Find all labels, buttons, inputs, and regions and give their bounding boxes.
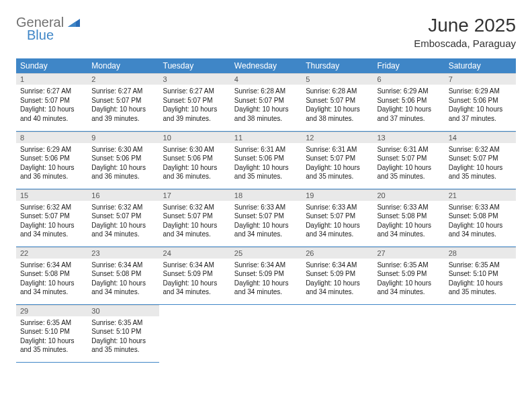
- daylight-line: Daylight: 10 hours and 34 minutes.: [449, 221, 512, 239]
- sunrise-line: Sunrise: 6:27 AM: [91, 87, 154, 96]
- calendar-day-cell: 3Sunrise: 6:27 AMSunset: 5:07 PMDaylight…: [159, 73, 230, 131]
- day-info: Sunrise: 6:31 AMSunset: 5:07 PMDaylight:…: [373, 143, 444, 184]
- calendar-day-cell: 18Sunrise: 6:33 AMSunset: 5:07 PMDayligh…: [230, 189, 302, 246]
- day-info: Sunrise: 6:29 AMSunset: 5:06 PMDaylight:…: [373, 85, 444, 126]
- calendar-week-row: 29Sunrise: 6:35 AMSunset: 5:10 PMDayligh…: [16, 304, 516, 362]
- sunset-line: Sunset: 5:06 PM: [163, 154, 226, 163]
- day-number: 7: [445, 73, 516, 85]
- sunrise-line: Sunrise: 6:27 AM: [20, 87, 83, 96]
- day-number: 19: [302, 189, 373, 201]
- daylight-line: Daylight: 10 hours and 40 minutes.: [20, 105, 83, 123]
- weekday-monday: Monday: [87, 58, 159, 73]
- day-info: Sunrise: 6:30 AMSunset: 5:06 PMDaylight:…: [159, 143, 230, 184]
- calendar-day-cell: 30Sunrise: 6:35 AMSunset: 5:10 PMDayligh…: [87, 304, 159, 362]
- sunset-line: Sunset: 5:08 PM: [91, 269, 154, 279]
- daylight-line: Daylight: 10 hours and 34 minutes.: [234, 221, 298, 239]
- daylight-line: Daylight: 10 hours and 34 minutes.: [306, 221, 369, 239]
- day-number: 3: [159, 73, 230, 85]
- day-info: Sunrise: 6:28 AMSunset: 5:07 PMDaylight:…: [230, 85, 302, 126]
- sunset-line: Sunset: 5:09 PM: [163, 269, 226, 279]
- daylight-line: Daylight: 10 hours and 37 minutes.: [377, 105, 440, 123]
- day-number: 28: [445, 247, 516, 259]
- sunrise-line: Sunrise: 6:34 AM: [234, 261, 298, 270]
- day-number: 29: [16, 305, 87, 316]
- calendar-day-cell: 26Sunrise: 6:34 AMSunset: 5:09 PMDayligh…: [302, 246, 373, 304]
- sunset-line: Sunset: 5:06 PM: [234, 154, 298, 163]
- sunrise-line: Sunrise: 6:27 AM: [163, 87, 226, 96]
- sunset-line: Sunset: 5:09 PM: [234, 269, 298, 279]
- calendar-blank-cell: [302, 304, 373, 362]
- calendar-day-cell: 2Sunrise: 6:27 AMSunset: 5:07 PMDaylight…: [87, 73, 159, 131]
- calendar-day-cell: 1Sunrise: 6:27 AMSunset: 5:07 PMDaylight…: [16, 73, 87, 131]
- daylight-line: Daylight: 10 hours and 35 minutes.: [377, 163, 440, 181]
- sunset-line: Sunset: 5:07 PM: [377, 154, 440, 163]
- daylight-line: Daylight: 10 hours and 39 minutes.: [91, 105, 154, 123]
- day-info: Sunrise: 6:35 AMSunset: 5:09 PMDaylight:…: [373, 259, 444, 300]
- day-number: 17: [159, 189, 230, 201]
- calendar-day-cell: 11Sunrise: 6:31 AMSunset: 5:06 PMDayligh…: [230, 131, 302, 189]
- calendar-blank-cell: [159, 304, 230, 362]
- day-info: Sunrise: 6:31 AMSunset: 5:07 PMDaylight:…: [302, 143, 373, 184]
- sunrise-line: Sunrise: 6:31 AM: [306, 145, 369, 154]
- day-number: 12: [302, 132, 373, 143]
- daylight-line: Daylight: 10 hours and 34 minutes.: [91, 221, 154, 239]
- sunset-line: Sunset: 5:08 PM: [377, 212, 440, 221]
- sunset-line: Sunset: 5:10 PM: [91, 327, 154, 336]
- sunset-line: Sunset: 5:09 PM: [377, 269, 440, 279]
- calendar-day-cell: 20Sunrise: 6:33 AMSunset: 5:08 PMDayligh…: [373, 189, 444, 246]
- daylight-line: Daylight: 10 hours and 34 minutes.: [306, 279, 369, 297]
- sunrise-line: Sunrise: 6:32 AM: [91, 203, 154, 212]
- day-number: 27: [373, 247, 444, 259]
- calendar-blank-cell: [373, 304, 444, 362]
- day-info: Sunrise: 6:27 AMSunset: 5:07 PMDaylight:…: [16, 85, 87, 126]
- daylight-line: Daylight: 10 hours and 35 minutes.: [234, 163, 298, 181]
- day-number: 18: [230, 189, 302, 201]
- day-number: 4: [230, 73, 302, 85]
- sunrise-line: Sunrise: 6:29 AM: [377, 87, 440, 96]
- sunset-line: Sunset: 5:07 PM: [163, 212, 226, 221]
- calendar-table: Sunday Monday Tuesday Wednesday Thursday…: [16, 58, 516, 363]
- calendar-blank-cell: [230, 304, 302, 362]
- day-info: Sunrise: 6:32 AMSunset: 5:07 PMDaylight:…: [16, 201, 87, 242]
- day-info: Sunrise: 6:31 AMSunset: 5:06 PMDaylight:…: [230, 143, 302, 184]
- sunset-line: Sunset: 5:07 PM: [449, 154, 512, 163]
- sunset-line: Sunset: 5:07 PM: [234, 212, 298, 221]
- day-info: Sunrise: 6:33 AMSunset: 5:07 PMDaylight:…: [230, 201, 302, 242]
- day-info: Sunrise: 6:34 AMSunset: 5:09 PMDaylight:…: [302, 259, 373, 300]
- daylight-line: Daylight: 10 hours and 35 minutes.: [20, 336, 83, 355]
- day-number: 30: [87, 305, 159, 316]
- sunrise-line: Sunrise: 6:29 AM: [20, 145, 83, 154]
- sunset-line: Sunset: 5:06 PM: [91, 154, 154, 163]
- daylight-line: Daylight: 10 hours and 35 minutes.: [449, 279, 512, 297]
- sunrise-line: Sunrise: 6:33 AM: [306, 203, 369, 212]
- sunset-line: Sunset: 5:09 PM: [306, 269, 369, 279]
- sunset-line: Sunset: 5:07 PM: [163, 96, 226, 105]
- calendar-day-cell: 6Sunrise: 6:29 AMSunset: 5:06 PMDaylight…: [373, 73, 444, 131]
- daylight-line: Daylight: 10 hours and 35 minutes.: [91, 336, 154, 355]
- sunrise-line: Sunrise: 6:34 AM: [163, 261, 226, 270]
- day-number: 26: [302, 247, 373, 259]
- daylight-line: Daylight: 10 hours and 35 minutes.: [449, 163, 512, 181]
- calendar-day-cell: 10Sunrise: 6:30 AMSunset: 5:06 PMDayligh…: [159, 131, 230, 189]
- calendar-day-cell: 21Sunrise: 6:33 AMSunset: 5:08 PMDayligh…: [445, 189, 516, 246]
- calendar-day-cell: 28Sunrise: 6:35 AMSunset: 5:10 PMDayligh…: [445, 246, 516, 304]
- day-info: Sunrise: 6:27 AMSunset: 5:07 PMDaylight:…: [159, 85, 230, 126]
- weekday-sunday: Sunday: [16, 58, 87, 73]
- weekday-tuesday: Tuesday: [159, 58, 230, 73]
- day-number: 15: [16, 189, 87, 201]
- weekday-saturday: Saturday: [445, 58, 516, 73]
- day-number: 21: [445, 189, 516, 201]
- sunset-line: Sunset: 5:07 PM: [306, 154, 369, 163]
- sunrise-line: Sunrise: 6:34 AM: [91, 261, 154, 270]
- sunset-line: Sunset: 5:08 PM: [20, 269, 83, 279]
- page-title: June 2025: [414, 15, 516, 36]
- day-number: 5: [302, 73, 373, 85]
- sunset-line: Sunset: 5:07 PM: [234, 96, 298, 105]
- weekday-header-row: Sunday Monday Tuesday Wednesday Thursday…: [16, 58, 516, 73]
- sunset-line: Sunset: 5:07 PM: [20, 212, 83, 221]
- sunrise-line: Sunrise: 6:34 AM: [306, 261, 369, 270]
- sunset-line: Sunset: 5:06 PM: [20, 154, 83, 163]
- sunrise-line: Sunrise: 6:30 AM: [91, 145, 154, 154]
- day-number: 13: [373, 132, 444, 143]
- sunrise-line: Sunrise: 6:29 AM: [449, 87, 512, 96]
